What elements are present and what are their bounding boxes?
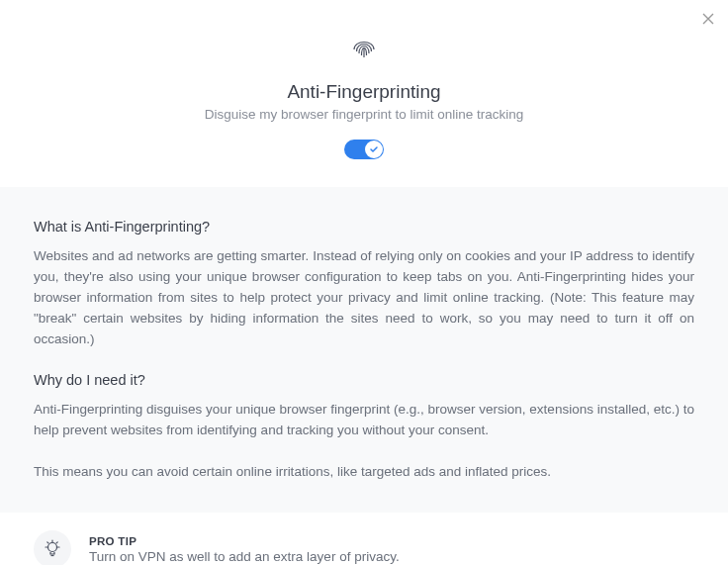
tip-text: Turn on VPN as well to add an extra laye… bbox=[89, 549, 694, 564]
info-heading-why: Why do I need it? bbox=[34, 372, 694, 388]
close-button[interactable] bbox=[702, 10, 714, 28]
info-heading-what: What is Anti-Fingerprinting? bbox=[34, 219, 694, 235]
checkmark-icon bbox=[369, 144, 379, 154]
header: Anti-Fingerprinting Disguise my browser … bbox=[0, 0, 728, 187]
tip-content: PRO TIP Turn on VPN as well to add an ex… bbox=[89, 535, 694, 564]
pro-tip-section: PRO TIP Turn on VPN as well to add an ex… bbox=[0, 513, 728, 565]
page-title: Anti-Fingerprinting bbox=[20, 81, 708, 103]
info-text-benefit: This means you can avoid certain online … bbox=[34, 462, 694, 483]
fingerprint-icon bbox=[346, 28, 382, 63]
info-text-what: Websites and ad networks are getting sma… bbox=[34, 246, 694, 350]
tip-label: PRO TIP bbox=[89, 535, 694, 547]
info-section: What is Anti-Fingerprinting? Websites an… bbox=[0, 187, 728, 513]
page-subtitle: Disguise my browser fingerprint to limit… bbox=[20, 107, 708, 122]
lightbulb-icon bbox=[34, 530, 71, 565]
toggle-knob bbox=[365, 141, 383, 158]
svg-point-0 bbox=[48, 543, 57, 552]
anti-fingerprinting-toggle[interactable] bbox=[344, 140, 384, 159]
info-text-why: Anti-Fingerprinting disguises your uniqu… bbox=[34, 400, 694, 441]
close-icon bbox=[702, 9, 714, 29]
